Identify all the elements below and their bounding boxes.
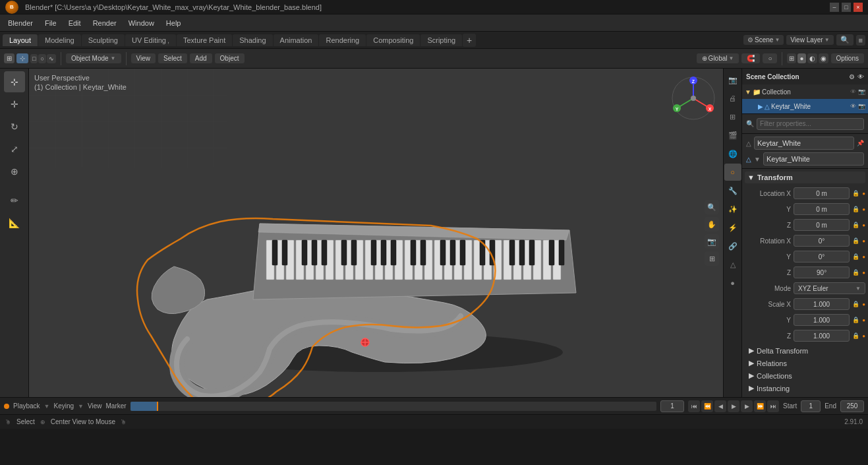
menu-render[interactable]: Render — [88, 18, 122, 28]
material-btn[interactable]: ◐ — [807, 53, 817, 63]
location-z-value[interactable]: 0 m — [794, 219, 850, 231]
jump-to-end-btn[interactable]: ⏭ — [767, 400, 779, 412]
rotation-x-value[interactable]: 0° — [794, 235, 850, 247]
relations-row[interactable]: ▶ Relations — [745, 357, 865, 369]
timeline-bar[interactable] — [130, 402, 656, 411]
play-btn[interactable]: ▶ — [728, 400, 739, 412]
nav-gizmo[interactable]: Z X Y — [670, 75, 716, 121]
menu-window[interactable]: Window — [123, 18, 159, 28]
options-button[interactable]: Options — [831, 53, 864, 63]
rotation-y-value[interactable]: 0° — [794, 251, 850, 263]
collections-row[interactable]: ▶ Collections — [745, 369, 865, 382]
maximize-button[interactable]: □ — [842, 3, 851, 12]
select-circle-icon[interactable]: ○ — [38, 54, 45, 63]
location-y-value[interactable]: 0 m — [794, 203, 850, 215]
menu-edit[interactable]: Edit — [63, 18, 86, 28]
rotation-mode-dropdown[interactable]: XYZ Euler ▼ — [794, 282, 865, 294]
object-mode-dropdown[interactable]: Object Mode ▼ — [66, 53, 121, 63]
jump-to-start-btn[interactable]: ⏮ — [688, 400, 700, 412]
location-x-lock[interactable]: 🔒 — [852, 190, 859, 197]
scale-z-lock[interactable]: 🔒 — [852, 332, 859, 339]
outliner-filter-icon[interactable]: ⚙ — [849, 73, 855, 80]
object-menu[interactable]: Object — [215, 53, 245, 63]
move-tool-icon[interactable]: ✛ — [4, 94, 25, 115]
add-workspace-button[interactable]: + — [463, 34, 476, 47]
pin-icon[interactable]: 📌 — [857, 140, 864, 146]
engine-selector[interactable]: ⚙ Scene ▼ — [743, 35, 784, 45]
prev-keyframe-btn[interactable]: ⏪ — [701, 400, 713, 412]
snap-controls[interactable]: 🧲 — [741, 53, 760, 63]
tab-uv-editing[interactable]: UV Editing, — [125, 34, 176, 46]
wireframe-btn[interactable]: ⊞ — [787, 53, 796, 63]
tab-animation[interactable]: Animation — [274, 34, 319, 46]
location-y-lock[interactable]: 🔒 — [852, 206, 859, 212]
minimize-button[interactable]: – — [830, 3, 839, 12]
scale-tool-icon[interactable]: ⤢ — [4, 139, 25, 160]
current-frame-input[interactable]: 1 — [660, 400, 684, 412]
search-button[interactable]: 🔍 — [836, 34, 854, 46]
world-props-icon[interactable]: 🌐 — [724, 145, 741, 162]
modifier-props-icon[interactable]: 🔧 — [724, 182, 741, 199]
zoom-in-icon[interactable]: 🔍 — [705, 200, 719, 214]
timeline-view-menu[interactable]: View — [88, 402, 102, 410]
proportional-editing[interactable]: ○ — [763, 53, 777, 63]
rotation-x-lock[interactable]: 🔒 — [852, 237, 859, 244]
tab-texture-paint[interactable]: Texture Paint — [177, 34, 232, 46]
material-props-icon[interactable]: ● — [724, 274, 741, 292]
particles-props-icon[interactable]: ✨ — [724, 201, 741, 218]
filter-button[interactable]: ≡ — [856, 35, 865, 46]
end-frame-input[interactable]: 250 — [840, 400, 864, 412]
menu-file[interactable]: File — [40, 18, 62, 28]
tab-modeling[interactable]: Modeling — [38, 34, 81, 46]
measure-tool-icon[interactable]: 📐 — [4, 212, 25, 233]
tab-layout[interactable]: Layout — [3, 34, 38, 46]
scene-props-icon[interactable]: 🎬 — [724, 127, 741, 144]
select-box-icon[interactable]: □ — [30, 54, 38, 63]
data-props-icon[interactable]: △ — [724, 256, 741, 273]
physics-props-icon[interactable]: ⚡ — [724, 219, 741, 236]
instancing-row[interactable]: ▶ Instancing — [745, 382, 865, 394]
scale-y-lock[interactable]: 🔒 — [852, 317, 859, 323]
annotate-tool-icon[interactable]: ✏ — [4, 190, 25, 211]
select-menu[interactable]: Select — [158, 53, 187, 63]
outliner-object-row[interactable]: ▶ △ Keytar_White 👁 📷 — [742, 99, 868, 113]
render-props-icon[interactable]: 📷 — [724, 71, 741, 88]
location-z-lock[interactable]: 🔒 — [852, 222, 859, 228]
scale-y-value[interactable]: 1.000 — [794, 314, 850, 326]
view-layer-selector[interactable]: View Layer ▼ — [786, 35, 833, 45]
select-lasso-icon[interactable]: ∿ — [47, 54, 56, 63]
next-keyframe-btn[interactable]: ⏩ — [754, 400, 766, 412]
scale-z-value[interactable]: 1.000 — [794, 330, 850, 342]
marker-menu[interactable]: Marker — [106, 402, 127, 410]
collection-render-icon[interactable]: 📷 — [858, 88, 865, 95]
viewport-toggle[interactable]: ⊞ — [4, 53, 14, 63]
outliner-eye-icon[interactable]: 👁 — [857, 73, 864, 80]
tab-rendering[interactable]: Rendering — [319, 34, 366, 46]
scale-x-value[interactable]: 1.000 — [794, 298, 850, 310]
transform-tool-icon[interactable]: ⊕ — [4, 161, 25, 182]
rendered-btn[interactable]: ◉ — [819, 53, 828, 63]
menu-blender[interactable]: Blender — [3, 18, 38, 28]
transform-global[interactable]: ⊕ Global ▼ — [697, 53, 739, 63]
tab-shading[interactable]: Shading — [233, 34, 272, 46]
cursor-mode[interactable]: ⊹ — [16, 53, 28, 63]
close-button[interactable]: × — [854, 3, 863, 12]
pan-icon[interactable]: ✋ — [705, 217, 719, 232]
object-data-input[interactable] — [763, 152, 864, 166]
view-menu[interactable]: View — [131, 53, 156, 63]
collection-visibility-icon[interactable]: 👁 — [850, 88, 856, 95]
keying-menu[interactable]: Keying — [54, 402, 74, 410]
object-render-icon[interactable]: 📷 — [858, 103, 865, 109]
solid-btn[interactable]: ● — [797, 53, 805, 63]
step-forward-btn[interactable]: ▶ — [741, 400, 753, 412]
rotation-z-value[interactable]: 90° — [794, 266, 850, 278]
tab-sculpting[interactable]: Sculpting — [82, 34, 125, 46]
tab-compositing[interactable]: Compositing — [366, 34, 420, 46]
props-search-input[interactable] — [757, 118, 864, 130]
constraints-props-icon[interactable]: 🔗 — [724, 237, 741, 255]
object-name-input[interactable] — [754, 137, 854, 150]
step-back-btn[interactable]: ◀ — [714, 400, 726, 412]
add-menu[interactable]: Add — [190, 53, 212, 63]
output-props-icon[interactable]: 🖨 — [724, 90, 741, 107]
search-props-icon[interactable]: 🔍 — [746, 120, 754, 127]
